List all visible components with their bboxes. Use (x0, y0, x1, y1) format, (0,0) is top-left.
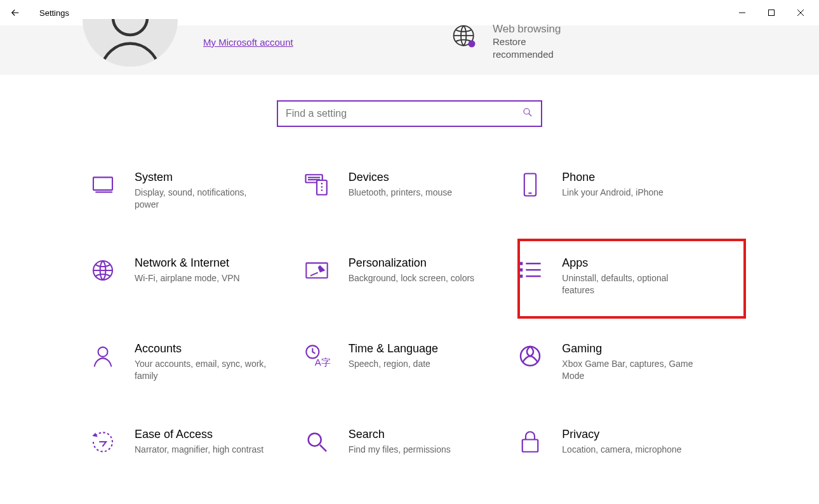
system-icon (89, 171, 117, 199)
tile-network[interactable]: Network & Internet Wi-Fi, airplane mode,… (89, 254, 303, 305)
tile-desc: Background, lock screen, colors (349, 272, 474, 284)
ease-of-access-icon (89, 428, 117, 456)
svg-rect-26 (520, 275, 523, 278)
tile-desc: Narrator, magnifier, high contrast (135, 444, 263, 456)
time-language-icon: A字 (303, 342, 331, 370)
tile-devices[interactable]: Devices Bluetooth, printers, mouse (303, 168, 517, 219)
svg-point-7 (469, 41, 476, 48)
accounts-icon (89, 342, 117, 370)
tile-desc: Wi-Fi, airplane mode, VPN (135, 272, 240, 284)
tile-desc: Speech, region, date (349, 358, 438, 370)
tile-desc: Location, camera, microphone (562, 444, 681, 456)
minimize-icon (738, 9, 746, 17)
tile-search[interactable]: Search Find my files, permissions (303, 425, 517, 476)
maximize-button[interactable] (757, 3, 786, 23)
tile-title: Apps (562, 256, 695, 270)
tile-desc: Xbox Game Bar, captures, Game Mode (562, 358, 695, 382)
tile-privacy[interactable]: Privacy Location, camera, microphone (516, 425, 730, 476)
privacy-icon (516, 428, 544, 456)
hero-web-browsing-card[interactable]: Web browsing Restore recommended (451, 23, 561, 62)
tile-phone[interactable]: Phone Link your Android, iPhone (516, 168, 730, 219)
close-icon (797, 9, 804, 17)
tile-title: Devices (349, 171, 452, 184)
svg-point-17 (321, 186, 323, 188)
tile-title: Gaming (562, 342, 695, 355)
hero-strip: My Microsoft account Web browsing Restor… (0, 25, 819, 75)
svg-line-9 (529, 114, 531, 116)
personalization-icon (303, 256, 331, 284)
tile-desc: Display, sound, notifications, power (135, 187, 268, 211)
svg-point-16 (321, 183, 323, 185)
search-category-icon (303, 428, 331, 456)
tile-system[interactable]: System Display, sound, notifications, po… (89, 168, 303, 219)
gaming-icon (516, 342, 544, 370)
tile-ease-of-access[interactable]: Ease of Access Narrator, magnifier, high… (89, 425, 303, 476)
svg-point-8 (524, 109, 529, 114)
tile-desc: Link your Android, iPhone (562, 187, 663, 199)
close-button[interactable] (786, 3, 815, 23)
settings-grid: System Display, sound, notifications, po… (89, 168, 730, 476)
svg-point-35 (308, 434, 321, 446)
svg-rect-10 (93, 177, 112, 190)
user-avatar-icon (83, 19, 178, 67)
svg-line-36 (320, 445, 326, 451)
tile-desc: Find my files, permissions (349, 444, 451, 456)
tile-title: Ease of Access (135, 428, 263, 441)
window-title: Settings (39, 8, 69, 18)
phone-icon (516, 171, 544, 199)
network-icon (89, 256, 117, 284)
globe-icon (451, 23, 479, 51)
tile-title: System (135, 171, 268, 184)
user-avatar[interactable] (83, 19, 178, 67)
apps-icon (516, 256, 544, 284)
maximize-icon (768, 9, 775, 17)
search-box[interactable] (277, 100, 542, 127)
back-button[interactable] (9, 6, 22, 19)
tile-title: Personalization (349, 256, 474, 270)
svg-rect-37 (523, 440, 538, 452)
tile-desc: Your accounts, email, sync, work, family (135, 358, 268, 382)
tile-title: Phone (562, 171, 663, 184)
svg-point-30 (98, 347, 108, 357)
tile-title: Network & Internet (135, 256, 240, 270)
tile-accounts[interactable]: Accounts Your accounts, email, sync, wor… (89, 340, 303, 390)
window-controls (728, 3, 815, 23)
tile-apps[interactable]: Apps Uninstall, defaults, optional featu… (516, 254, 730, 305)
svg-rect-19 (524, 174, 536, 196)
tile-title: Search (349, 428, 451, 441)
tile-title: Time & Language (349, 342, 438, 355)
tile-title: Accounts (135, 342, 268, 355)
back-arrow-icon (10, 7, 21, 18)
svg-rect-24 (520, 262, 523, 265)
svg-line-23 (310, 272, 318, 275)
svg-rect-1 (769, 10, 775, 16)
tile-desc: Bluetooth, printers, mouse (349, 187, 452, 199)
my-microsoft-account-link[interactable]: My Microsoft account (203, 37, 293, 67)
tile-personalization[interactable]: Personalization Background, lock screen,… (303, 254, 517, 305)
tile-desc: Uninstall, defaults, optional features (562, 272, 695, 296)
svg-point-18 (321, 189, 323, 191)
search-input[interactable] (286, 108, 522, 119)
svg-rect-25 (520, 269, 523, 272)
hero-card-line1: Restore (493, 36, 561, 48)
hero-card-line2: recommended (493, 48, 561, 61)
minimize-button[interactable] (728, 3, 757, 23)
svg-text:A字: A字 (314, 357, 330, 368)
tile-gaming[interactable]: Gaming Xbox Game Bar, captures, Game Mod… (516, 340, 730, 390)
tile-title: Privacy (562, 428, 681, 441)
devices-icon (303, 171, 331, 199)
tile-time-language[interactable]: A字 Time & Language Speech, region, date (303, 340, 517, 390)
search-icon (522, 107, 533, 121)
hero-card-title: Web browsing (493, 23, 561, 36)
